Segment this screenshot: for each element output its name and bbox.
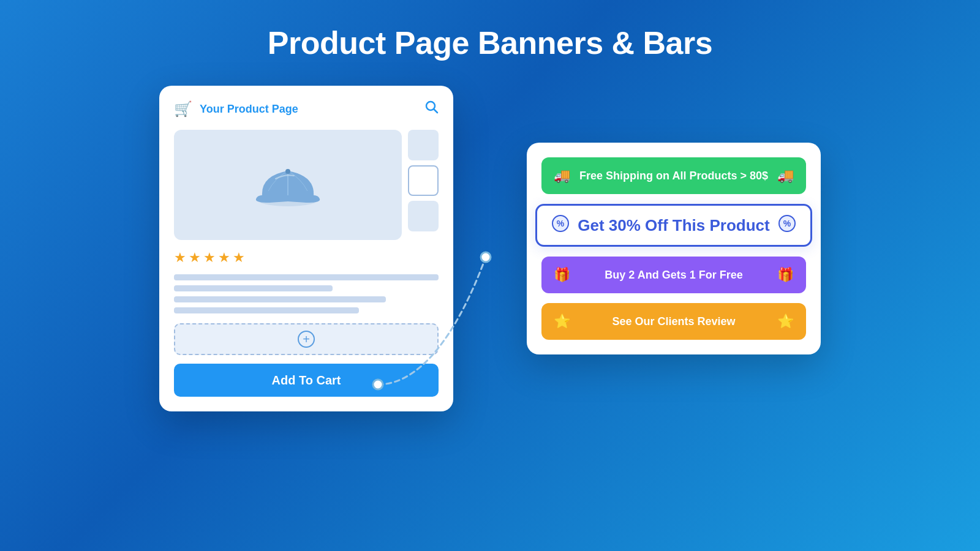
discount-icon-right: % bbox=[778, 215, 796, 236]
line-2 bbox=[174, 285, 333, 291]
thumbnail-2[interactable] bbox=[408, 165, 439, 196]
line-4 bbox=[174, 307, 359, 313]
shipping-text: Free Shipping on All Products > 80$ bbox=[570, 170, 777, 182]
mock-page-title: Your Product Page bbox=[200, 103, 298, 116]
discount-banner: % Get 30% Off This Product % bbox=[535, 204, 812, 247]
svg-line-1 bbox=[434, 110, 438, 113]
line-1 bbox=[174, 274, 439, 280]
svg-point-3 bbox=[285, 169, 290, 174]
page-title: Product Page Banners & Bars bbox=[0, 0, 980, 61]
thumbnail-column bbox=[408, 130, 439, 240]
truck-icon-left: 🚚 bbox=[554, 168, 570, 184]
buy2-text: Buy 2 And Gets 1 For Free bbox=[570, 269, 777, 282]
star-rating: ★ ★ ★ ★ ★ bbox=[174, 250, 439, 266]
thumbnail-3[interactable] bbox=[408, 201, 439, 231]
star-1: ★ bbox=[174, 250, 186, 266]
review-banner: ⭐ See Our Clients Review ⭐ bbox=[541, 303, 806, 340]
review-text: See Our Clients Review bbox=[570, 315, 777, 328]
discount-text: Get 30% Off This Product bbox=[569, 216, 778, 235]
gift-icon-right: 🎁 bbox=[777, 267, 794, 283]
truck-icon-right: 🚚 bbox=[777, 168, 794, 184]
buy2-banner: 🎁 Buy 2 And Gets 1 For Free 🎁 bbox=[541, 257, 806, 293]
thumbnail-1[interactable] bbox=[408, 130, 439, 160]
svg-text:%: % bbox=[557, 219, 565, 228]
add-icon: + bbox=[298, 331, 315, 348]
star-2: ★ bbox=[189, 250, 201, 266]
star-3: ★ bbox=[203, 250, 216, 266]
gift-icon-left: 🎁 bbox=[554, 267, 570, 283]
svg-text:%: % bbox=[783, 219, 791, 228]
add-to-cart-button[interactable]: Add To Cart bbox=[174, 364, 439, 397]
star-icon-right: ⭐ bbox=[777, 313, 794, 329]
discount-icon-left: % bbox=[552, 215, 569, 236]
product-lines bbox=[174, 274, 439, 313]
star-5: ★ bbox=[233, 250, 245, 266]
banner-slot[interactable]: + bbox=[174, 323, 439, 355]
product-image-area bbox=[174, 130, 439, 240]
banners-panel: 🚚 Free Shipping on All Products > 80$ 🚚 … bbox=[527, 143, 821, 354]
star-icon-left: ⭐ bbox=[554, 313, 570, 329]
product-page-mock: 🛒 Your Product Page bbox=[159, 86, 453, 411]
line-3 bbox=[174, 296, 386, 302]
shipping-banner: 🚚 Free Shipping on All Products > 80$ 🚚 bbox=[541, 157, 806, 194]
star-4: ★ bbox=[218, 250, 230, 266]
mock-header: 🛒 Your Product Page bbox=[174, 100, 439, 118]
cart-icon: 🛒 bbox=[174, 100, 192, 118]
search-icon[interactable] bbox=[425, 100, 439, 118]
main-product-image bbox=[174, 130, 402, 240]
